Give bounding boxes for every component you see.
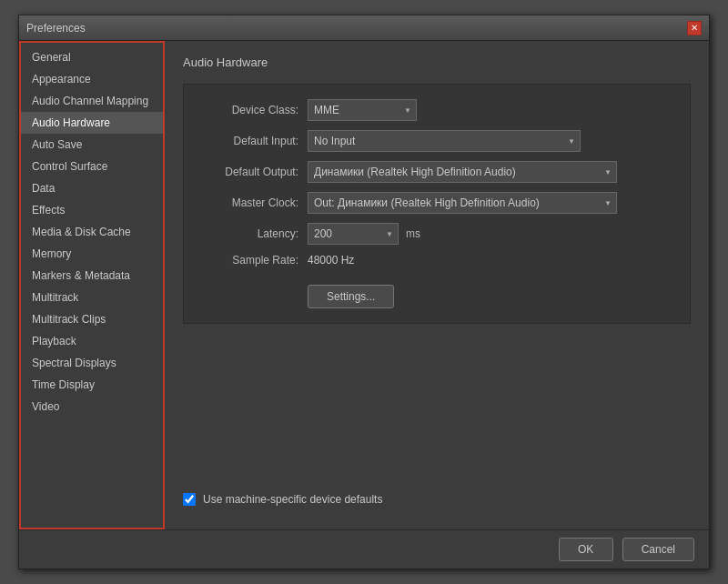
default-output-label: Default Output: [198, 166, 308, 178]
sidebar-item-audio-hardware[interactable]: Audio Hardware [21, 112, 163, 134]
close-button[interactable]: ✕ [687, 21, 702, 35]
master-clock-wrapper: Out: Динамики (Realtek High Definition A… [308, 192, 617, 214]
default-input-row: Default Input: No Input [198, 130, 675, 152]
sidebar-item-spectral-displays[interactable]: Spectral Displays [21, 352, 163, 374]
content-area: GeneralAppearanceAudio Channel MappingAu… [19, 41, 709, 529]
sidebar-item-playback[interactable]: Playback [21, 330, 163, 352]
latency-select[interactable]: 200 100 50 [308, 223, 399, 245]
sidebar-item-general[interactable]: General [21, 46, 163, 68]
sidebar-item-media--disk-cache[interactable]: Media & Disk Cache [21, 221, 163, 243]
master-clock-label: Master Clock: [198, 196, 308, 209]
titlebar: Preferences ✕ [19, 15, 709, 41]
main-panel: Audio Hardware Device Class: MME ASIO WD… [165, 41, 709, 529]
default-output-control: Динамики (Realtek High Definition Audio) [308, 161, 675, 183]
sample-rate-row: Sample Rate: 48000 Hz [198, 254, 675, 267]
settings-button[interactable]: Settings... [308, 285, 394, 308]
spacer [183, 333, 691, 484]
dialog-title: Preferences [26, 22, 86, 35]
latency-control: 200 100 50 ms [308, 223, 675, 245]
sidebar-item-markers--metadata[interactable]: Markers & Metadata [21, 265, 163, 287]
machine-defaults-label: Use machine-specific device defaults [203, 493, 382, 506]
checkbox-row: Use machine-specific device defaults [183, 484, 691, 515]
latency-label: Latency: [198, 227, 308, 240]
sample-rate-control: 48000 Hz [308, 254, 675, 267]
sidebar-item-time-display[interactable]: Time Display [21, 374, 163, 396]
master-clock-row: Master Clock: Out: Динамики (Realtek Hig… [198, 192, 675, 214]
sidebar-item-effects[interactable]: Effects [21, 199, 163, 221]
master-clock-control: Out: Динамики (Realtek High Definition A… [308, 192, 675, 214]
sidebar-item-multitrack-clips[interactable]: Multitrack Clips [21, 308, 163, 330]
default-input-select[interactable]: No Input [308, 130, 581, 152]
sidebar-item-multitrack[interactable]: Multitrack [21, 287, 163, 308]
sidebar-item-video[interactable]: Video [21, 396, 163, 418]
device-class-label: Device Class: [198, 104, 308, 116]
device-class-row: Device Class: MME ASIO WDM-KS [198, 99, 675, 121]
machine-defaults-checkbox[interactable] [183, 493, 196, 506]
master-clock-select[interactable]: Out: Динамики (Realtek High Definition A… [308, 192, 617, 214]
close-icon: ✕ [691, 23, 698, 33]
sidebar-item-audio-channel-mapping[interactable]: Audio Channel Mapping [21, 90, 163, 112]
device-class-control: MME ASIO WDM-KS [308, 99, 675, 121]
footer: OK Cancel [19, 529, 709, 569]
default-output-row: Default Output: Динамики (Realtek High D… [198, 161, 675, 183]
device-class-wrapper: MME ASIO WDM-KS [308, 99, 417, 121]
settings-row: Settings... [198, 276, 675, 308]
latency-row: Latency: 200 100 50 ms [198, 223, 675, 245]
default-input-control: No Input [308, 130, 675, 152]
device-class-select[interactable]: MME ASIO WDM-KS [308, 99, 417, 121]
sidebar-item-appearance[interactable]: Appearance [21, 68, 163, 90]
default-input-label: Default Input: [198, 135, 308, 147]
sidebar-item-data[interactable]: Data [21, 177, 163, 199]
panel-title: Audio Hardware [183, 55, 691, 69]
default-input-wrapper: No Input [308, 130, 581, 152]
sample-rate-value: 48000 Hz [308, 254, 354, 267]
sidebar: GeneralAppearanceAudio Channel MappingAu… [19, 41, 165, 529]
form-section: Device Class: MME ASIO WDM-KS Default In… [183, 84, 691, 324]
default-output-wrapper: Динамики (Realtek High Definition Audio) [308, 161, 617, 183]
sidebar-item-auto-save[interactable]: Auto Save [21, 134, 163, 156]
ok-button[interactable]: OK [559, 538, 613, 561]
default-output-select[interactable]: Динамики (Realtek High Definition Audio) [308, 161, 617, 183]
cancel-button[interactable]: Cancel [622, 538, 694, 561]
preferences-dialog: Preferences ✕ GeneralAppearanceAudio Cha… [18, 15, 710, 569]
sidebar-item-memory[interactable]: Memory [21, 243, 163, 265]
latency-wrapper: 200 100 50 [308, 223, 399, 245]
sidebar-item-control-surface[interactable]: Control Surface [21, 156, 163, 177]
sample-rate-label: Sample Rate: [198, 254, 308, 267]
latency-unit: ms [406, 227, 420, 240]
